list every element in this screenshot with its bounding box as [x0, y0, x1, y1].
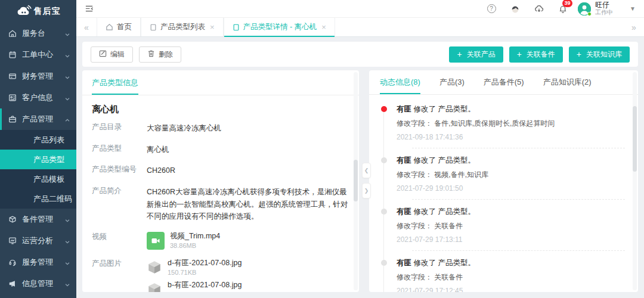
link-part-button[interactable]: +关联备件: [509, 46, 563, 63]
link-kb-label: 关联知识库: [586, 49, 622, 60]
image-file-list: d-有匪-2021-07-08.jpg150.71KB b-有匪-2021-07…: [147, 259, 243, 292]
tab-home[interactable]: 首页: [97, 18, 141, 36]
sidebar-item-label: 工单中心: [22, 49, 64, 60]
timeline-separator: [412, 199, 625, 200]
field-label: 产品类型编号: [92, 164, 140, 177]
field-value: CH260R: [147, 164, 175, 177]
tab-products[interactable]: 产品(3): [439, 77, 465, 94]
chevron-down-icon: [64, 238, 70, 244]
timeline-head: 有匪 修改了 产品类型。: [397, 207, 625, 217]
sidebar-item-provider[interactable]: 服务商管理: [0, 294, 76, 298]
right-panel-scrollbar-thumb[interactable]: [633, 106, 637, 172]
tab-product-parts[interactable]: 产品备件(5): [484, 77, 524, 94]
sidebar: 售后宝 服务台 工单中心 财务管理 客户信息: [0, 0, 76, 298]
tabs-scroll-left-icon[interactable]: «: [76, 18, 97, 36]
timeline-action: 修改了 产品类型。: [413, 105, 475, 113]
user-name: 旺仔: [595, 1, 613, 9]
timeline-fields: 修改字段： 关联备件: [397, 272, 625, 283]
user-caret-down-icon[interactable]: ▼: [630, 5, 636, 12]
tab-activity-feed[interactable]: 动态信息(8): [380, 77, 420, 94]
sidebar-subitem-product-qrcode[interactable]: 产品二维码: [0, 189, 76, 209]
sidebar-item-customer[interactable]: 客户信息: [0, 87, 76, 108]
file-name: d-有匪-2021-07-08.jpg: [168, 259, 242, 268]
timeline-user: 有匪: [397, 105, 411, 113]
expand-right-icon[interactable]: ❯: [362, 183, 371, 198]
timeline-item: 有匪 修改了 产品类型。 修改字段： 关联备件 2021-07-29 17:12…: [381, 258, 625, 292]
timeline-user: 有匪: [397, 207, 411, 216]
online-status-dot: [587, 12, 592, 16]
field-label: 产品简介: [92, 186, 140, 223]
user-status: 工作中: [595, 9, 613, 16]
document-icon: [150, 24, 157, 31]
sidebar-item-label: 财务管理: [22, 71, 64, 82]
tabs-scroll-right-icon[interactable]: »: [624, 18, 644, 36]
delete-button[interactable]: 删除: [139, 46, 181, 63]
menu-fold-icon[interactable]: [83, 4, 94, 14]
notifications-bell-icon[interactable]: 39: [558, 4, 568, 14]
tab-product-type-list[interactable]: 产品类型列表 ×: [141, 18, 224, 36]
chevron-down-icon: [64, 281, 70, 287]
tab-product-type-info[interactable]: 产品类型信息: [92, 77, 138, 95]
timeline-time: 2021-07-29 17:12:45: [397, 287, 625, 292]
user-menu[interactable]: 旺仔 工作中: [578, 1, 613, 16]
sidebar-item-product[interactable]: 产品管理: [0, 108, 76, 130]
link-part-label: 关联备件: [527, 49, 555, 60]
chevron-down-icon: [64, 73, 70, 79]
close-icon[interactable]: ×: [210, 23, 215, 32]
timeline-item: 有匪 修改了 产品类型。 修改字段： 关联备件 2021-07-29 17:13…: [381, 207, 625, 251]
close-icon[interactable]: ×: [321, 23, 326, 32]
notification-badge: 39: [562, 0, 572, 7]
cloud-download-icon[interactable]: [534, 4, 544, 14]
timeline-head: 有匪 修改了 产品类型。: [397, 104, 625, 114]
sidebar-item-parts[interactable]: 备件管理: [0, 209, 76, 230]
right-panel-scrollbar-track[interactable]: [633, 72, 637, 290]
sidebar-item-analytics[interactable]: 运营分析: [0, 230, 76, 252]
help-icon[interactable]: ?: [486, 4, 497, 14]
tab-label: 产品类型列表: [160, 22, 205, 32]
video-file-item[interactable]: 视频_Trim.mp4 38.86MB: [147, 232, 220, 250]
link-kb-button[interactable]: +关联知识库: [569, 46, 630, 63]
sidebar-item-info[interactable]: 信息管理: [0, 273, 76, 294]
sidebar-item-helpdesk[interactable]: 服务台: [0, 23, 76, 44]
collapse-left-icon[interactable]: ❮: [362, 163, 371, 178]
timeline-fields: 修改字段： 视频,备件,知识库: [397, 170, 625, 180]
image-file-item[interactable]: d-有匪-2021-07-08.jpg150.71KB: [147, 259, 243, 277]
chevron-down-icon: [64, 52, 70, 58]
field-row: 产品类型 离心机: [92, 144, 349, 156]
timeline-head: 有匪 修改了 产品类型。: [397, 258, 625, 268]
timeline-dot: [381, 260, 387, 266]
video-row: 视频 视频_Trim.mp4 38.86MB: [92, 232, 349, 250]
sidebar-subitem-product-type[interactable]: 产品类型: [0, 150, 76, 169]
sidebar-item-label: 服务台: [22, 28, 64, 39]
timeline-time: 2021-09-18 17:41:36: [397, 133, 625, 141]
edit-button[interactable]: 编辑: [91, 46, 133, 63]
timeline-user: 有匪: [397, 156, 411, 164]
briefcase-icon: [8, 115, 17, 123]
timeline-dot: [381, 209, 387, 215]
image-thumbnail-icon: [147, 260, 162, 275]
tab-product-type-detail[interactable]: 产品类型详情 - 离心机 ×: [224, 18, 335, 36]
action-toolbar: 编辑 删除 +关联产品 +关联备件 +关联知识库: [82, 42, 638, 67]
sidebar-subitem-product-list[interactable]: 产品列表: [0, 130, 76, 150]
sidebar-item-service[interactable]: 服务管理: [0, 252, 76, 273]
edit-icon: [99, 49, 107, 59]
tab-product-kb[interactable]: 产品知识库(2): [543, 77, 592, 94]
sidebar-nav: 服务台 工单中心 财务管理 客户信息 产品管理: [0, 23, 76, 298]
timeline-fields: 修改字段： 关联备件: [397, 221, 625, 231]
topbar: ? 39 旺仔 工作中 ▼: [76, 0, 644, 18]
timeline-time: 2021-07-29 17:13:11: [397, 235, 625, 244]
link-product-button[interactable]: +关联产品: [449, 46, 503, 63]
left-panel-scrollbar-thumb[interactable]: [354, 160, 358, 201]
tab-label: 产品类型详情 - 离心机: [243, 22, 317, 32]
support-agent-icon[interactable]: [510, 4, 521, 14]
image-file-item[interactable]: b-有匪-2021-07-08.jpg199.87KB: [147, 281, 243, 292]
info-card-tabs: 产品类型信息: [82, 70, 359, 95]
timeline-fields: 修改字段： 备件,知识库,质保期时长,质保起算时间: [397, 119, 625, 129]
brand-logo[interactable]: 售后宝: [0, 0, 76, 23]
sidebar-subitem-product-template[interactable]: 产品模板: [0, 169, 76, 189]
sidebar-item-finance[interactable]: 财务管理: [0, 66, 76, 87]
plus-icon: +: [577, 50, 581, 58]
trash-icon: [147, 49, 155, 59]
sidebar-item-workorder[interactable]: 工单中心: [0, 44, 76, 66]
timeline-action: 修改了 产品类型。: [413, 207, 475, 216]
